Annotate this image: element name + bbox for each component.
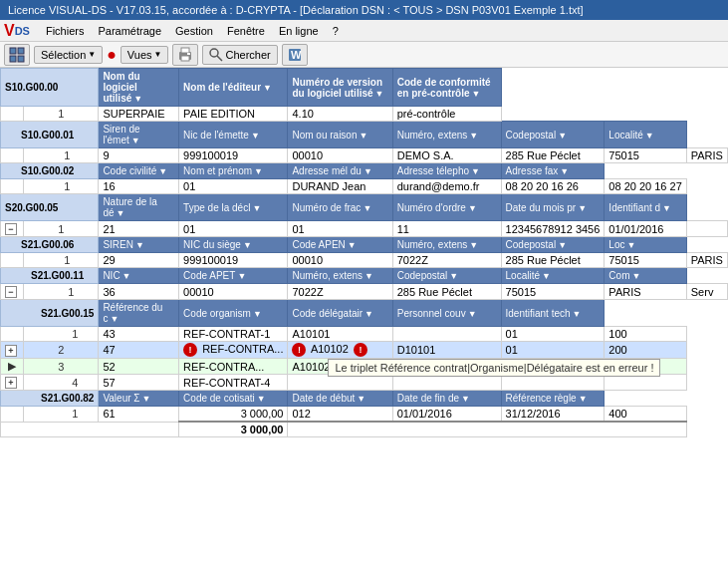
svg-line-9 <box>217 56 222 61</box>
svg-rect-2 <box>10 56 16 62</box>
expand-button[interactable]: − <box>5 286 17 298</box>
section-header-s20g0005: S20.G00.05 Nature de la dé▼ Type de la d… <box>1 194 728 221</box>
row-num-1: 1 <box>24 107 99 122</box>
expand-button[interactable]: − <box>5 223 17 235</box>
menu-parametrage[interactable]: Paramétrage <box>92 24 167 38</box>
error-indicator-2: ! <box>292 343 306 357</box>
title-bar: Licence VISUAL-DS - V17.03.15, accordée … <box>0 0 728 20</box>
selection-button[interactable]: Sélection ▼ <box>34 46 103 64</box>
col-nom-editeur[interactable]: Nom de l'éditeur▼ <box>179 69 288 107</box>
section-id-s21g0015: S21.G00.15 <box>1 300 99 327</box>
section-header-s21g0082: S21.G00.82 Valeur Σ▼ Code de cotisati▼ D… <box>1 391 728 407</box>
menu-bar: VDS Fichiers Paramétrage Gestion Fenêtre… <box>0 20 728 42</box>
data-table: S10.G00.00 Nom du logiciel utilisé▼ Nom … <box>0 68 728 437</box>
export-button[interactable]: W <box>282 44 308 66</box>
cell-logiciel: SUPERPAIE <box>99 107 179 122</box>
col-version[interactable]: Numéro de version du logiciel utilisé▼ <box>288 69 392 107</box>
menu-en-ligne[interactable]: En ligne <box>273 24 325 38</box>
expand-cell <box>1 107 24 122</box>
print-button[interactable] <box>172 44 198 66</box>
error-indicator-1: ! <box>183 343 197 357</box>
expand-button[interactable]: + <box>5 345 17 357</box>
table-row: − 1 21 01 01 11 12345678912 3456 01/01/2… <box>1 221 728 237</box>
sum-row: 3 000,00 <box>1 422 728 437</box>
menu-gestion[interactable]: Gestion <box>169 24 219 38</box>
error-indicator-3: ! <box>354 343 367 357</box>
cell-editeur: PAIE EDITION <box>179 107 288 122</box>
chercher-button[interactable]: Chercher <box>202 45 277 65</box>
section-id-s10g0000: S10.G00.00 <box>1 69 99 107</box>
table-row: 1 43 REF-CONTRAT-1 A10101 01 100 <box>1 327 728 342</box>
table-row: 1 29 999100019 00010 7022Z 285 Rue Pécle… <box>1 253 728 268</box>
section-header-s21g0011: S21.G00.11 NIC▼ Code APET▼ Numéro, exten… <box>1 268 728 284</box>
table-row: 1 SUPERPAIE PAIE EDITION 4.10 pré-contrô… <box>1 107 728 122</box>
sum-value: 3 000,00 <box>179 422 288 437</box>
section-header-s21g0015: S21.G00.15 Référence du c▼ Code organism… <box>1 300 728 327</box>
svg-rect-3 <box>18 56 24 62</box>
svg-rect-7 <box>187 53 190 55</box>
row-pointer-icon: ▶ <box>8 360 16 372</box>
section-id-s10g0002: S10.G00.02 <box>1 163 99 179</box>
section-id-s21g0082: S21.G00.82 <box>1 391 99 407</box>
cell-version: 4.10 <box>288 107 392 122</box>
menu-help[interactable]: ? <box>327 24 345 38</box>
main-content: S10.G00.00 Nom du logiciel utilisé▼ Nom … <box>0 68 728 571</box>
dot-icon[interactable]: ● <box>107 46 117 64</box>
section-header-s10g0002: S10.G00.02 Code civilité▼ Nom et prénom▼… <box>1 163 728 179</box>
svg-rect-1 <box>18 48 24 54</box>
title-text: Licence VISUAL-DS - V17.03.15, accordée … <box>8 4 584 16</box>
svg-text:W: W <box>291 49 302 61</box>
cell-conformite: pré-contrôle <box>392 107 501 122</box>
table-row: 1 16 01 DURAND Jean durand@demo.fr 08 20… <box>1 179 728 194</box>
toolbar-grid-icon[interactable] <box>4 44 30 66</box>
expand-button[interactable]: + <box>5 377 17 389</box>
svg-rect-6 <box>181 56 189 61</box>
table-row-pointer: ▶ 3 52 REF-CONTRA... A10102 Le triplet R… <box>1 359 728 375</box>
col-nom-logiciel[interactable]: Nom du logiciel utilisé▼ <box>99 69 179 107</box>
table-row: − 1 36 00010 7022Z 285 Rue Péclet 75015 … <box>1 284 728 300</box>
table-row-error[interactable]: + 2 47 ! REF-CONTRA... ! A10102 ! D10101… <box>1 342 728 359</box>
tooltip: Le triplet Référence contrat|Organisme|D… <box>328 359 660 377</box>
vues-label: Vues <box>127 49 152 61</box>
svg-rect-0 <box>10 48 16 54</box>
table-row: 1 9 999100019 00010 DEMO S.A. 285 Rue Pé… <box>1 148 728 163</box>
menu-fichiers[interactable]: Fichiers <box>40 24 91 38</box>
section-id-s21g0006: S21.G00.06 <box>1 237 99 253</box>
section-id-s10g0001: S10.G00.01 <box>1 122 99 148</box>
section-header-s21g0006: S21.G00.06 SIREN▼ NIC du siège▼ Code APE… <box>1 237 728 253</box>
section-id-s21g0011: S21.G00.11 <box>1 268 99 284</box>
menu-fenetre[interactable]: Fenêtre <box>221 24 271 38</box>
vues-button[interactable]: Vues ▼ <box>121 46 169 64</box>
selection-dropdown-icon: ▼ <box>88 50 96 59</box>
section-header-s10g0000: S10.G00.00 Nom du logiciel utilisé▼ Nom … <box>1 69 728 107</box>
selection-label: Sélection <box>41 49 86 61</box>
svg-point-8 <box>210 49 218 57</box>
toolbar: Sélection ▼ ● Vues ▼ Chercher W <box>0 42 728 68</box>
col-conformite[interactable]: Code de conformité en pré-contrôle▼ <box>392 69 501 107</box>
section-header-s10g0001: S10.G00.01 Siren de l'émet▼ Nic de l'éme… <box>1 122 728 148</box>
section-id-s20g0005: S20.G00.05 <box>1 194 99 221</box>
chercher-label: Chercher <box>225 49 270 61</box>
app-logo: VDS <box>4 22 30 40</box>
table-row: 1 61 3 000,00 012 01/01/2016 31/12/2016 … <box>1 407 728 423</box>
vues-dropdown-icon: ▼ <box>154 50 162 59</box>
svg-rect-5 <box>181 48 189 53</box>
